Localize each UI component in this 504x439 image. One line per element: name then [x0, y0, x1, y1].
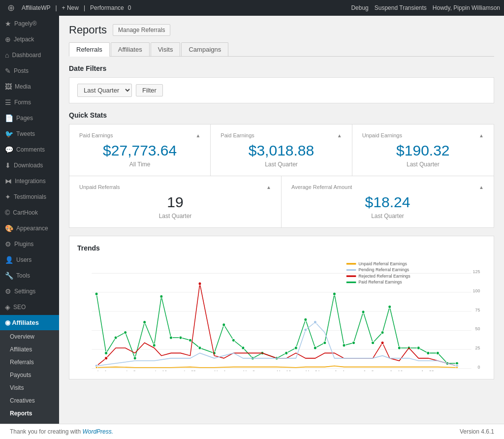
svg-text:Apr 1: Apr 1 [96, 370, 107, 371]
sidebar-item-comments[interactable]: 💬 Comments [0, 142, 59, 157]
stat-arrow-1: ▲ [195, 133, 200, 138]
testimonials-icon: ✦ [5, 193, 11, 201]
performance-link[interactable]: Performance [90, 4, 124, 11]
svg-text:Apr 23: Apr 23 [183, 370, 196, 371]
forms-icon: ☰ [5, 98, 11, 106]
stat-card-unpaid-earnings: Unpaid Earnings ▲ $190.32 Last Quarter [352, 125, 494, 176]
svg-point-30 [153, 344, 156, 347]
sidebar-item-affiliates[interactable]: ◉ Affiliates [0, 315, 59, 330]
sidebar-item-downloads[interactable]: ⬇ Downloads [0, 157, 59, 173]
svg-rect-77 [346, 276, 356, 277]
admin-bar-left: ⊕ AffiliateWP | + New | Performance 0 [4, 1, 131, 15]
stat-period-unpaid-earnings: Last Quarter [362, 161, 484, 168]
submenu-visits[interactable]: Visits [0, 381, 59, 394]
dashboard-icon: ⌂ [5, 51, 9, 59]
svg-point-44 [294, 346, 297, 349]
stat-period-unpaid-referrals: Last Quarter [79, 213, 271, 220]
sidebar-item-settings[interactable]: ⚙ Settings [0, 283, 59, 299]
debug-link[interactable]: Debug [351, 4, 368, 11]
tab-referrals[interactable]: Referrals [69, 42, 110, 57]
submenu-referrals[interactable]: Referrals [0, 356, 59, 369]
stat-arrow-2: ▲ [337, 133, 342, 138]
sidebar-item-plugins[interactable]: ⚙ Plugins [0, 236, 59, 252]
svg-text:Pending Referral Earnings: Pending Referral Earnings [358, 267, 409, 272]
sidebar-label-pages: Pages [16, 115, 33, 122]
sidebar: ★ Pagely® ⊕ Jetpack ⌂ Dashboard ✎ Posts … [0, 16, 59, 424]
tweets-icon: 🐦 [5, 130, 13, 138]
svg-point-34 [189, 339, 192, 342]
submenu-overview[interactable]: Overview [0, 330, 59, 343]
tab-visits[interactable]: Visits [151, 42, 181, 56]
wordpress-link[interactable]: WordPress. [82, 428, 113, 435]
page-header: Reports Manage Referrals [69, 24, 494, 36]
svg-text:Jun 1: Jun 1 [334, 370, 345, 371]
content-area: Reports Manage Referrals Referrals Affil… [59, 16, 504, 424]
svg-text:50: 50 [475, 326, 480, 331]
svg-text:Jun 23: Jun 23 [421, 370, 434, 371]
footer-thank-you: Thank you for creating with WordPress. [10, 428, 113, 435]
tabs-bar: Referrals Affiliates Visits Campaigns [69, 42, 494, 57]
submenu-tools[interactable]: Tools [0, 420, 59, 424]
seo-icon: ◈ [5, 303, 10, 311]
svg-point-29 [143, 321, 146, 324]
sidebar-label-settings: Settings [14, 288, 35, 295]
site-name[interactable]: AffiliateWP [22, 4, 50, 11]
svg-point-58 [427, 351, 430, 354]
sidebar-label-jetpack: Jetpack [14, 36, 34, 43]
sidebar-item-users[interactable]: 👤 Users [0, 252, 59, 268]
suspend-transients-link[interactable]: Suspend Transients [375, 4, 427, 11]
affiliates-submenu: Overview Affiliates Referrals Payouts Vi… [0, 330, 59, 424]
stat-label-unpaid-earnings: Unpaid Earnings [362, 132, 402, 138]
submenu-affiliates[interactable]: Affiliates [0, 343, 59, 356]
date-filters-section-title: Date Filters [69, 64, 494, 72]
svg-point-51 [362, 311, 365, 314]
manage-referrals-link[interactable]: Manage Referrals [113, 24, 170, 36]
svg-point-55 [398, 346, 401, 349]
tab-campaigns[interactable]: Campaigns [181, 42, 228, 56]
svg-text:Apr 16: Apr 16 [154, 370, 167, 371]
sidebar-item-tweets[interactable]: 🐦 Tweets [0, 126, 59, 142]
sidebar-label-posts: Posts [14, 67, 29, 74]
svg-point-47 [323, 341, 326, 344]
page-title: Reports [69, 24, 107, 36]
sidebar-item-pages[interactable]: 📄 Pages [0, 110, 59, 126]
sidebar-item-pagely[interactable]: ★ Pagely® [0, 16, 59, 31]
tab-affiliates[interactable]: Affiliates [111, 42, 150, 56]
sidebar-item-carthook[interactable]: © CartHook [0, 205, 59, 220]
sidebar-item-dashboard[interactable]: ⌂ Dashboard [0, 47, 59, 63]
sidebar-item-seo[interactable]: ◈ SEO [0, 299, 59, 315]
svg-point-32 [169, 336, 172, 339]
sidebar-label-tweets: Tweets [16, 130, 35, 137]
svg-point-27 [124, 331, 127, 334]
filter-button[interactable]: Filter [136, 84, 163, 96]
trends-box: Trends 0 25 50 75 100 125 [69, 236, 494, 379]
svg-point-63 [105, 357, 108, 360]
svg-rect-79 [346, 282, 356, 283]
sidebar-item-media[interactable]: 🖼 Media [0, 79, 59, 94]
sidebar-item-forms[interactable]: ☰ Forms [0, 94, 59, 110]
comments-icon: 💬 [5, 146, 13, 154]
submenu-reports[interactable]: Reports [0, 407, 59, 420]
footer-text: Thank you for creating with [10, 428, 81, 435]
sidebar-item-appearance[interactable]: 🎨 Appearance [0, 220, 59, 236]
svg-rect-75 [346, 269, 356, 271]
sidebar-item-tools[interactable]: 🔧 Tools [0, 268, 59, 283]
svg-point-46 [314, 346, 316, 349]
stat-period-paid-alltime: All Time [79, 161, 200, 168]
svg-point-48 [333, 292, 336, 295]
sidebar-item-integrations[interactable]: ⧓ Integrations [0, 173, 59, 189]
sidebar-item-testimonials[interactable]: ✦ Testimonials [0, 189, 59, 205]
stat-label-unpaid-referrals: Unpaid Referrals [79, 184, 120, 190]
submenu-payouts[interactable]: Payouts [0, 369, 59, 381]
svg-point-43 [285, 351, 288, 354]
svg-text:May 24: May 24 [306, 370, 320, 371]
sidebar-item-posts[interactable]: ✎ Posts [0, 63, 59, 79]
submenu-creatives[interactable]: Creatives [0, 394, 59, 407]
stat-arrow-3: ▲ [479, 133, 484, 138]
date-range-select[interactable]: Last Quarter Today Yesterday This Week L… [77, 84, 132, 97]
svg-text:Unpaid Referral Earnings: Unpaid Referral Earnings [358, 261, 407, 266]
sidebar-item-jetpack[interactable]: ⊕ Jetpack [0, 31, 59, 47]
sidebar-label-media: Media [15, 83, 31, 90]
new-button[interactable]: + New [62, 4, 79, 11]
stat-period-avg-referral: Last Quarter [291, 213, 484, 220]
